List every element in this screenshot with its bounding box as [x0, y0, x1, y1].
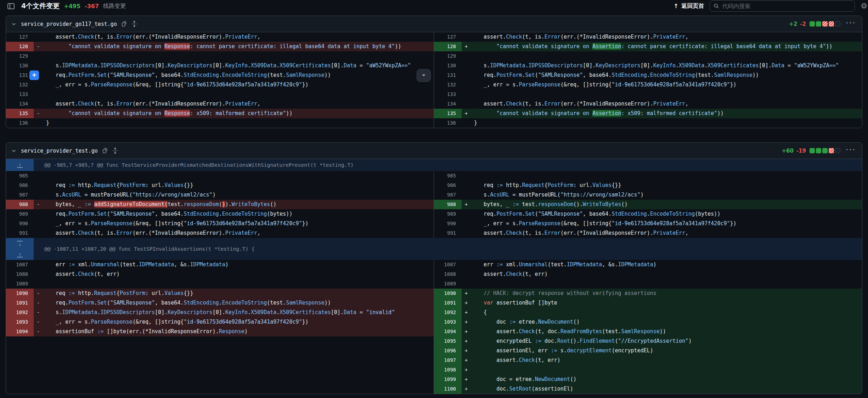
line-number[interactable]: 1091 [6, 298, 34, 308]
diff-marker [34, 90, 43, 99]
line-number[interactable]: 990 [434, 219, 462, 228]
file-additions: +60 [782, 148, 793, 154]
line-number[interactable]: 135 [6, 109, 34, 118]
code-text: assertionBuf := []byte(err.(*InvalidResp… [43, 327, 248, 336]
line-number[interactable]: 987 [434, 190, 462, 200]
line-number[interactable]: 1089 [434, 279, 462, 289]
line-number[interactable]: 132 [6, 80, 34, 90]
line-number[interactable]: 1093 [6, 317, 34, 327]
line-number[interactable]: 1090 [434, 289, 462, 298]
line-number[interactable]: 1093 [434, 317, 462, 327]
diff-row: 986 req := http.Request{PostForm: url.Va… [6, 181, 862, 190]
line-number[interactable]: 128 [6, 42, 34, 51]
code-text: _, err = s.ParseResponse(&req, []string{… [43, 317, 309, 327]
line-number[interactable]: 131 [434, 70, 462, 80]
line-number[interactable]: 133 [6, 90, 34, 99]
code-text: assert.Check(t, is.Error(err.(*InvalidRe… [43, 228, 260, 238]
line-options-dropdown-button[interactable] [417, 69, 431, 82]
line-number[interactable]: 132 [434, 80, 462, 90]
line-number[interactable]: 987 [6, 190, 34, 200]
line-number[interactable]: 1096 [434, 346, 462, 356]
line-number[interactable]: 130 [6, 61, 34, 70]
copy-path-button[interactable] [101, 147, 108, 154]
line-number[interactable]: 1097 [434, 356, 462, 365]
code-search-input[interactable] [722, 3, 851, 10]
line-number[interactable]: 130 [434, 61, 462, 70]
collapse-file-button[interactable] [11, 21, 17, 27]
line-number[interactable]: 991 [6, 228, 34, 238]
line-number[interactable]: 1090 [6, 289, 34, 298]
line-number[interactable]: 1092 [434, 308, 462, 317]
diff-line-added: 1096+ assertionEl, err := s.decryptEleme… [434, 346, 862, 356]
file-header: service_provider_go117_test.go +2 -2 ··· [6, 16, 862, 32]
line-number[interactable]: 1094 [434, 327, 462, 336]
line-number[interactable]: 988 [6, 200, 34, 209]
file-options-button[interactable]: ··· [843, 146, 857, 156]
line-number[interactable]: 985 [6, 171, 34, 181]
line-number[interactable]: 134 [434, 99, 462, 109]
diff-line-context: 989 req.PostForm.Set("SAMLResponse", bas… [6, 209, 434, 219]
line-number[interactable]: 1087 [6, 260, 34, 269]
expand-up-icon: ↑ [19, 252, 21, 256]
add-comment-button[interactable]: + [29, 70, 39, 80]
line-number[interactable]: 136 [434, 118, 462, 128]
line-number[interactable]: 989 [6, 209, 34, 219]
line-number[interactable]: 127 [6, 32, 34, 42]
diff-line-deleted: 1090- req := http.Request{PostForm: url.… [6, 289, 434, 298]
diff-marker [34, 346, 43, 356]
line-number[interactable]: 1088 [434, 269, 462, 279]
line-number[interactable]: 129 [434, 51, 462, 61]
code-text: "cannot validate signature on Assertion:… [471, 109, 723, 118]
line-number[interactable]: 1091 [434, 298, 462, 308]
line-number[interactable]: 988 [434, 200, 462, 209]
line-number[interactable]: 127 [434, 32, 462, 42]
line-number[interactable]: 991 [434, 228, 462, 238]
diff-line-context: 127 assert.Check(t, is.Error(err.(*Inval… [6, 32, 434, 42]
diff-row: 1087 err := xml.Unmarshal(test.IDPMetada… [6, 260, 862, 269]
pane-resize-handle[interactable] [112, 147, 118, 155]
code-text: req.PostForm.Set("SAMLResponse", base64.… [43, 70, 331, 80]
diff-marker [34, 80, 43, 90]
line-number[interactable]: 985 [434, 171, 462, 181]
line-number[interactable]: 1092 [6, 308, 34, 317]
expand-up-button[interactable]: ↑ [6, 159, 34, 171]
copy-path-button[interactable] [120, 20, 128, 28]
diff-row: 131 req.PostForm.Set("SAMLResponse", bas… [6, 70, 862, 80]
line-number[interactable]: 1087 [434, 260, 462, 269]
line-number[interactable]: 1098 [434, 365, 462, 375]
line-number[interactable]: 1095 [434, 336, 462, 346]
line-number[interactable]: 134 [6, 99, 34, 109]
diff-row: 1099+ doc = etree.NewDocument() [6, 375, 862, 384]
file-tree-toggle-button[interactable] [6, 1, 16, 11]
line-number[interactable]: 989 [434, 209, 462, 219]
line-number[interactable]: 136 [6, 118, 34, 128]
line-number[interactable]: 1100 [434, 384, 462, 394]
diff-line-context: 131 req.PostForm.Set("SAMLResponse", bas… [6, 70, 434, 80]
line-number[interactable]: 986 [434, 181, 462, 190]
line-number[interactable]: 133 [434, 90, 462, 99]
back-to-top-link[interactable]: ↑ 返回页首 [673, 2, 704, 10]
line-number[interactable]: 1088 [6, 269, 34, 279]
line-number[interactable]: 1089 [6, 279, 34, 289]
diff-marker: - [34, 289, 43, 298]
line-number[interactable]: 128 [434, 42, 462, 51]
diff-line-context: 133 [434, 90, 862, 99]
diff-line-context: 990 _, err = s.ParseResponse(&req, []str… [434, 219, 862, 228]
line-number[interactable]: 990 [6, 219, 34, 228]
copy-icon [121, 21, 127, 27]
expand-up-button[interactable]: ↑ [6, 249, 34, 260]
collapse-file-button[interactable] [11, 148, 17, 154]
diff-row: 991 assert.Check(t, is.Error(err.(*Inval… [6, 228, 862, 238]
line-number[interactable]: 1094 [6, 327, 34, 336]
code-text: err := xml.Unmarshal(test.IDPMetadata, &… [43, 260, 229, 269]
pane-resize-handle[interactable] [131, 20, 137, 28]
gear-icon[interactable]: ⚙ [861, 2, 867, 10]
file-options-button[interactable]: ··· [843, 19, 857, 29]
line-number[interactable]: 1099 [434, 375, 462, 384]
line-number[interactable]: 135 [434, 109, 462, 118]
line-number[interactable]: 129 [6, 51, 34, 61]
expand-down-button[interactable]: ↓ [6, 238, 34, 249]
diff-marker: - [34, 42, 43, 51]
line-number[interactable]: 986 [6, 181, 34, 190]
code-text: s.IDPMetadata.IDPSSODescriptors[0].KeyDe… [43, 61, 411, 70]
